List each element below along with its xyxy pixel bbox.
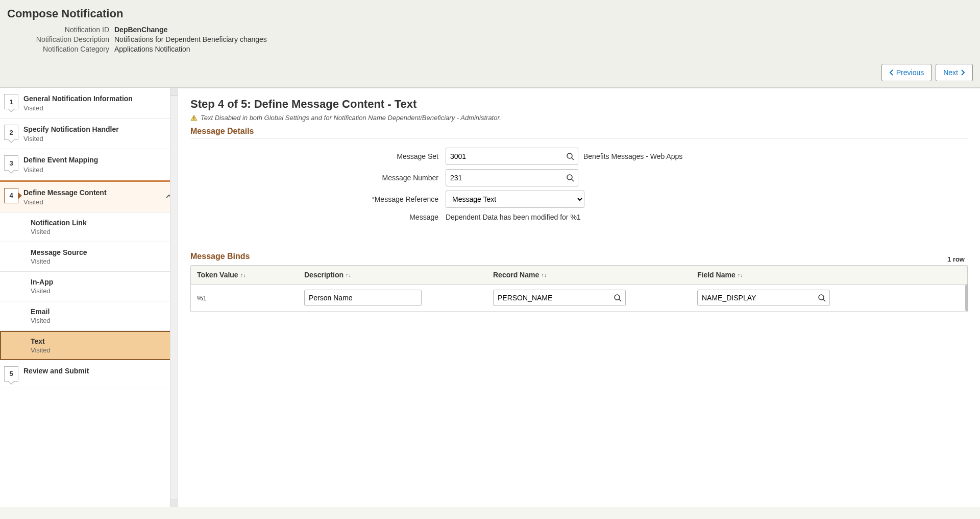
record-name-input[interactable] bbox=[493, 290, 626, 306]
value-notification-id: DepBenChange bbox=[114, 26, 167, 34]
step-badge: 5 bbox=[4, 366, 18, 382]
subitem-text[interactable]: Text Visited bbox=[0, 331, 178, 360]
step-badge: 3 bbox=[4, 155, 18, 171]
message-value: Dependent Data has been modified for %1 bbox=[446, 213, 581, 221]
table-row: %1 bbox=[191, 285, 967, 312]
warning-row: Text Disabled in both Global Settings an… bbox=[190, 114, 968, 122]
sidebar-item-status: Visited bbox=[23, 135, 173, 143]
chevron-right-icon bbox=[960, 69, 965, 76]
sidebar-item-review-submit[interactable]: 5 Review and Submit bbox=[0, 360, 178, 388]
sub-title: Email bbox=[31, 308, 173, 316]
header-field-name[interactable]: Field Name ↑↓ bbox=[691, 266, 967, 284]
binds-table: Token Value ↑↓ Description ↑↓ Record Nam… bbox=[190, 265, 968, 312]
previous-label: Previous bbox=[896, 68, 924, 77]
sidebar-item-status: Visited bbox=[23, 166, 173, 174]
label-notification-cat: Notification Category bbox=[7, 45, 114, 53]
sidebar-item-title: Review and Submit bbox=[23, 366, 173, 375]
sub-title: Message Source bbox=[31, 248, 173, 256]
svg-point-6 bbox=[615, 295, 620, 300]
nav-buttons: Previous Next bbox=[0, 59, 980, 87]
wizard-sidebar: 1 General Notification Information Visit… bbox=[0, 88, 178, 507]
sidebar-item-title: Define Event Mapping bbox=[23, 155, 173, 164]
description-input[interactable] bbox=[304, 290, 422, 306]
subitem-message-source[interactable]: Message Source Visited bbox=[0, 242, 178, 272]
step-badge: 2 bbox=[4, 125, 18, 140]
sidebar-scrollbar[interactable] bbox=[170, 88, 178, 507]
sidebar-item-status: Visited bbox=[23, 198, 162, 206]
next-label: Next bbox=[943, 68, 958, 77]
svg-line-7 bbox=[619, 299, 621, 301]
previous-button[interactable]: Previous bbox=[881, 64, 932, 81]
svg-line-9 bbox=[823, 299, 825, 301]
sub-status: Visited bbox=[31, 317, 173, 324]
sort-icon: ↑↓ bbox=[346, 272, 351, 278]
sub-status: Visited bbox=[31, 228, 173, 235]
sidebar-item-status: Visited bbox=[23, 104, 173, 112]
sidebar-item-event-mapping[interactable]: 3 Define Event Mapping Visited bbox=[0, 149, 178, 180]
value-notification-cat: Applications Notification bbox=[114, 45, 190, 53]
warning-icon bbox=[190, 114, 198, 122]
message-reference-select[interactable]: Message Text bbox=[446, 191, 584, 208]
sidebar-item-message-content[interactable]: 4 Define Message Content Visited bbox=[0, 180, 178, 213]
section-message-details: Message Details bbox=[190, 127, 968, 138]
svg-point-8 bbox=[819, 295, 824, 300]
svg-rect-1 bbox=[193, 119, 194, 120]
value-notification-desc: Notifications for Dependent Beneficiary … bbox=[114, 35, 267, 43]
header-record-name[interactable]: Record Name ↑↓ bbox=[487, 266, 691, 284]
sidebar-item-title: Specify Notification Handler bbox=[23, 125, 173, 134]
lookup-icon[interactable] bbox=[614, 294, 622, 302]
step-title: Step 4 of 5: Define Message Content - Te… bbox=[190, 98, 968, 111]
subitem-notification-link[interactable]: Notification Link Visited bbox=[0, 213, 178, 242]
step-badge: 1 bbox=[4, 94, 18, 109]
field-name-input[interactable] bbox=[697, 290, 830, 306]
step-badge-active: 4 bbox=[4, 188, 18, 203]
warning-text: Text Disabled in both Global Settings an… bbox=[201, 114, 501, 122]
main-panel: Step 4 of 5: Define Message Content - Te… bbox=[178, 88, 980, 507]
label-message-number: Message Number bbox=[190, 174, 446, 182]
header-bar: Compose Notification Notification ID Dep… bbox=[0, 0, 980, 88]
row-scroll-indicator[interactable] bbox=[965, 285, 968, 311]
label-message-reference: *Message Reference bbox=[190, 195, 446, 203]
label-message-set: Message Set bbox=[190, 152, 446, 160]
sort-icon: ↑↓ bbox=[541, 272, 547, 278]
svg-point-4 bbox=[567, 175, 572, 180]
sort-icon: ↑↓ bbox=[240, 272, 246, 278]
scroll-up-icon[interactable] bbox=[170, 88, 178, 96]
header-token[interactable]: Token Value ↑↓ bbox=[191, 266, 298, 284]
label-notification-id: Notification ID bbox=[7, 26, 114, 34]
svg-line-5 bbox=[572, 179, 574, 181]
table-header: Token Value ↑↓ Description ↑↓ Record Nam… bbox=[191, 266, 967, 285]
scroll-down-icon[interactable] bbox=[170, 500, 178, 507]
message-number-input[interactable] bbox=[446, 169, 578, 186]
subitem-email[interactable]: Email Visited bbox=[0, 301, 178, 331]
sort-icon: ↑↓ bbox=[738, 272, 743, 278]
lookup-icon[interactable] bbox=[818, 294, 826, 302]
sub-title: Notification Link bbox=[31, 219, 173, 227]
message-set-input[interactable] bbox=[446, 148, 578, 165]
sub-title: Text bbox=[31, 337, 173, 345]
subitem-in-app[interactable]: In-App Visited bbox=[0, 272, 178, 301]
sidebar-item-general-info[interactable]: 1 General Notification Information Visit… bbox=[0, 88, 178, 119]
lookup-icon[interactable] bbox=[566, 174, 574, 182]
label-notification-desc: Notification Description bbox=[7, 35, 114, 43]
svg-line-3 bbox=[572, 158, 574, 160]
page-title: Compose Notification bbox=[0, 0, 980, 26]
message-set-desc: Benefits Messages - Web Apps bbox=[583, 152, 682, 160]
section-message-binds: Message Binds bbox=[190, 252, 250, 263]
cell-token: %1 bbox=[191, 285, 298, 311]
next-button[interactable]: Next bbox=[936, 64, 973, 81]
chevron-left-icon bbox=[889, 69, 894, 76]
sidebar-item-title: Define Message Content bbox=[23, 188, 162, 197]
header-description[interactable]: Description ↑↓ bbox=[298, 266, 487, 284]
sub-status: Visited bbox=[31, 287, 173, 295]
svg-point-2 bbox=[567, 153, 572, 158]
sub-title: In-App bbox=[31, 278, 173, 286]
lookup-icon[interactable] bbox=[566, 152, 574, 160]
svg-rect-0 bbox=[193, 116, 194, 119]
sidebar-item-title: General Notification Information bbox=[23, 94, 173, 103]
label-message: Message bbox=[190, 213, 446, 221]
row-count: 1 row bbox=[947, 255, 965, 263]
sub-status: Visited bbox=[31, 257, 173, 265]
sub-status: Visited bbox=[31, 346, 173, 354]
sidebar-item-handler[interactable]: 2 Specify Notification Handler Visited bbox=[0, 119, 178, 149]
